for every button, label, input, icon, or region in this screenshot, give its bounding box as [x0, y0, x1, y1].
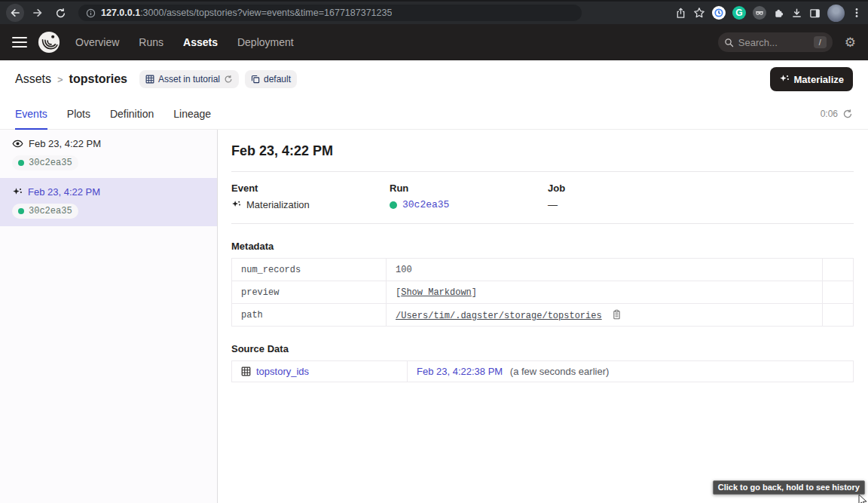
event-list-sidebar: Feb 23, 4:22 PM 30c2ea35 Feb 23, 4:22 PM… — [0, 130, 218, 503]
nav-item-overview[interactable]: Overview — [75, 36, 119, 48]
copy-layers-icon — [251, 75, 260, 84]
metadata-key: num_records — [232, 259, 387, 281]
tab-definition[interactable]: Definition — [110, 98, 154, 130]
mouse-cursor — [858, 494, 868, 503]
reload-icon — [55, 8, 66, 19]
show-markdown-link[interactable]: Show Markdown — [401, 287, 472, 298]
forward-arrow-icon — [32, 7, 44, 19]
back-button-tooltip: Click to go back, hold to see history — [713, 480, 865, 495]
refresh-icon[interactable] — [842, 109, 853, 119]
metadata-value: [Show Markdown] — [387, 281, 823, 304]
tag-label: Asset in tutorial — [158, 74, 220, 84]
run-id-link[interactable]: 30c2ea35 — [402, 199, 449, 210]
back-arrow-icon — [9, 7, 21, 19]
side-panel-icon[interactable] — [809, 8, 821, 19]
hamburger-menu-icon[interactable] — [12, 37, 27, 48]
table-row: topstory_ids Feb 23, 4:22:38 PM (a few s… — [232, 361, 854, 382]
asset-tabs: Events Plots Definition Lineage 0:06 — [0, 98, 868, 130]
table-row: path /Users/tim/.dagster/storage/topstor… — [232, 304, 854, 327]
sparkle-icon — [779, 74, 790, 84]
extensions-puzzle-icon[interactable] — [773, 8, 784, 19]
search-input[interactable] — [738, 37, 809, 48]
source-data-table: topstory_ids Feb 23, 4:22:38 PM (a few s… — [231, 360, 854, 382]
run-id: 30c2ea35 — [29, 158, 72, 168]
clipboard-copy-icon[interactable] — [612, 309, 622, 320]
source-time-note: (a few seconds earlier) — [510, 366, 610, 377]
path-link[interactable]: /Users/tim/.dagster/storage/topstories — [396, 311, 602, 321]
share-icon[interactable] — [675, 8, 686, 19]
metadata-key: path — [232, 304, 387, 327]
sparkle-icon — [12, 187, 23, 198]
dagster-logo[interactable] — [38, 31, 60, 54]
run-status-dot — [18, 208, 24, 214]
table-grid-icon — [145, 75, 154, 84]
nav-item-deployment[interactable]: Deployment — [237, 36, 294, 48]
browser-forward-button[interactable] — [29, 4, 47, 22]
metadata-extra-cell — [823, 304, 854, 327]
event-list-item-materialization[interactable]: Feb 23, 4:22 PM 30c2ea35 — [0, 178, 217, 226]
source-asset-name: topstory_ids — [256, 366, 309, 377]
metadata-key: preview — [232, 281, 387, 304]
tag-label: default — [264, 74, 291, 84]
nav-item-assets[interactable]: Assets — [183, 36, 218, 48]
browser-reload-button[interactable] — [51, 4, 69, 22]
extension-goggles-icon[interactable] — [753, 6, 766, 20]
tag-asset-in-tutorial[interactable]: Asset in tutorial — [139, 70, 239, 88]
browser-menu-icon[interactable] — [851, 7, 862, 19]
metadata-extra-cell — [823, 281, 854, 304]
browser-back-button[interactable] — [6, 4, 24, 22]
run-tag[interactable]: 30c2ea35 — [12, 155, 78, 170]
source-data-heading: Source Data — [231, 343, 854, 354]
asset-page-header: Assets > topstories Asset in tutorial de… — [0, 60, 868, 98]
nav-item-runs[interactable]: Runs — [139, 36, 164, 48]
settings-gear-icon[interactable]: ⚙ — [845, 36, 856, 49]
event-timestamp: Feb 23, 4:22 PM — [29, 138, 101, 149]
site-info-icon[interactable] — [86, 8, 96, 18]
table-grid-icon — [241, 367, 251, 376]
refresh-timer-value: 0:06 — [821, 109, 838, 119]
profile-avatar[interactable] — [827, 5, 845, 22]
event-detail-panel: Feb 23, 4:22 PM Event Materialization Ru… — [218, 130, 868, 503]
tab-plots[interactable]: Plots — [67, 98, 90, 130]
run-column-label: Run — [390, 182, 548, 194]
metadata-value: /Users/tim/.dagster/storage/topstories — [387, 304, 823, 327]
tag-refresh-icon[interactable] — [224, 75, 233, 84]
event-timestamp: Feb 23, 4:22 PM — [28, 186, 100, 198]
event-detail-title: Feb 23, 4:22 PM — [231, 143, 854, 159]
global-search[interactable]: / — [718, 32, 833, 52]
eye-icon — [12, 138, 23, 149]
event-list-item-observation[interactable]: Feb 23, 4:22 PM 30c2ea35 — [0, 130, 217, 178]
table-row: num_records 100 — [232, 259, 854, 281]
source-materialization-time-link[interactable]: Feb 23, 4:22:38 PM — [417, 366, 503, 377]
extension-timer-icon[interactable] — [712, 6, 726, 20]
table-row: preview [Show Markdown] — [232, 281, 854, 304]
source-asset-link[interactable]: topstory_ids — [241, 366, 398, 377]
address-bar[interactable]: 127.0.0.1:3000/assets/topstories?view=ev… — [78, 5, 582, 21]
sparkle-icon — [231, 200, 241, 210]
metadata-value: 100 — [387, 259, 823, 281]
run-tag[interactable]: 30c2ea35 — [12, 204, 78, 219]
url-text: 127.0.0.1:3000/assets/topstories?view=ev… — [101, 8, 392, 18]
materialize-button[interactable]: Materialize — [770, 67, 853, 91]
downloads-icon[interactable] — [791, 8, 802, 19]
app-navbar: Overview Runs Assets Deployment / ⚙ — [0, 24, 868, 60]
extension-grammarly-icon[interactable]: G — [732, 6, 746, 20]
breadcrumb: Assets > topstories — [15, 72, 127, 86]
breadcrumb-asset-name: topstories — [69, 72, 127, 86]
browser-toolbar: 127.0.0.1:3000/assets/topstories?view=ev… — [0, 0, 868, 24]
search-shortcut-badge: / — [814, 36, 827, 48]
refresh-countdown: 0:06 — [821, 109, 853, 119]
metadata-extra-cell — [823, 259, 854, 281]
job-value: — — [548, 199, 558, 210]
run-status-dot — [390, 201, 397, 209]
breadcrumb-assets-link[interactable]: Assets — [15, 72, 51, 86]
tab-events[interactable]: Events — [15, 98, 47, 130]
metadata-heading: Metadata — [231, 241, 854, 252]
bookmark-star-icon[interactable] — [693, 7, 705, 19]
run-id: 30c2ea35 — [29, 206, 72, 216]
tag-default-group[interactable]: default — [245, 70, 297, 88]
tab-lineage[interactable]: Lineage — [173, 98, 211, 130]
breadcrumb-separator: > — [57, 74, 63, 85]
search-icon — [724, 38, 734, 48]
job-column-label: Job — [548, 182, 854, 194]
